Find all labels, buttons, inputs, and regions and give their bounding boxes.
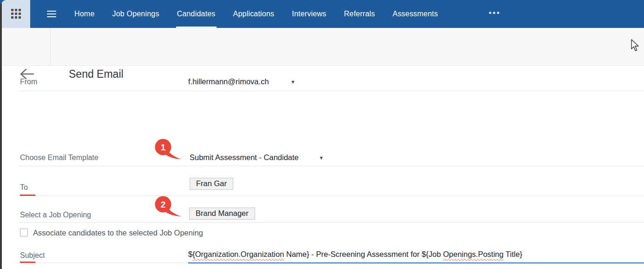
annotation-badge-2: 2 xyxy=(153,195,186,219)
subject-required-indicator xyxy=(20,262,35,263)
subject-text-misspelled: {Organization.Organization xyxy=(192,250,284,258)
email-template-dropdown[interactable]: Submit Assessment - Candidate xyxy=(190,153,299,162)
subject-focus-underline xyxy=(188,262,644,263)
subject-label: Subject xyxy=(20,251,45,260)
subject-text-part: $ xyxy=(188,250,192,258)
nav-tab-referrals[interactable]: Referrals xyxy=(344,0,375,28)
nav-tabs: Home Job Openings Candidates Application… xyxy=(74,0,438,28)
page-header: Send Email xyxy=(0,28,644,66)
subject-row-divider xyxy=(19,262,188,263)
nav-more-icon[interactable]: ••• xyxy=(489,0,501,28)
job-opening-row-divider xyxy=(19,222,644,223)
send-email-page: Home Job Openings Candidates Application… xyxy=(0,0,644,269)
recipient-chip[interactable]: Fran Gar xyxy=(190,178,233,190)
nav-tab-applications[interactable]: Applications xyxy=(233,0,275,28)
from-label: From xyxy=(20,78,37,86)
svg-text:1: 1 xyxy=(161,142,166,152)
from-address-dropdown[interactable]: f.hillermann@rimova.ch xyxy=(188,77,269,86)
to-row-divider xyxy=(19,195,644,196)
email-template-label: Choose Email Template xyxy=(20,154,99,162)
app-launcher-button[interactable] xyxy=(1,0,30,28)
window-left-edge xyxy=(0,3,2,269)
top-navbar: Home Job Openings Candidates Application… xyxy=(0,0,644,28)
nav-tab-assessments[interactable]: Assessments xyxy=(393,0,438,28)
to-required-indicator xyxy=(20,195,35,196)
nav-tab-candidates[interactable]: Candidates xyxy=(177,0,216,28)
annotation-badge-1: 1 xyxy=(153,138,186,162)
template-row-divider xyxy=(19,166,644,166)
page-title: Send Email xyxy=(69,68,124,81)
job-opening-chip[interactable]: Brand Manager xyxy=(189,208,255,220)
to-label: To xyxy=(20,183,28,192)
svg-text:2: 2 xyxy=(161,200,166,209)
job-opening-label: Select a Job Opening xyxy=(20,211,91,219)
hamburger-menu-icon[interactable] xyxy=(47,11,56,17)
associate-candidates-checkbox[interactable] xyxy=(20,229,28,236)
nav-tab-interviews[interactable]: Interviews xyxy=(292,0,326,28)
template-dropdown-caret-icon[interactable]: ▼ xyxy=(319,155,324,161)
header-divider xyxy=(50,28,51,66)
subject-input[interactable]: ${Organization.Organization Name} - Pre-… xyxy=(188,250,522,259)
associate-candidates-label: Associate candidates to the selected Job… xyxy=(33,229,203,237)
nav-tab-home[interactable]: Home xyxy=(74,0,94,28)
nav-tab-job-openings[interactable]: Job Openings xyxy=(112,0,159,28)
subject-text-part: Name} - Pre-Screening Assessment for ${J… xyxy=(284,250,443,258)
subject-text-misspelled: Openings.Posting xyxy=(443,250,503,258)
grid-icon xyxy=(11,9,21,19)
subject-text-part: Title} xyxy=(504,250,522,258)
from-dropdown-caret-icon[interactable]: ▼ xyxy=(290,79,296,85)
from-row-divider xyxy=(19,91,644,91)
